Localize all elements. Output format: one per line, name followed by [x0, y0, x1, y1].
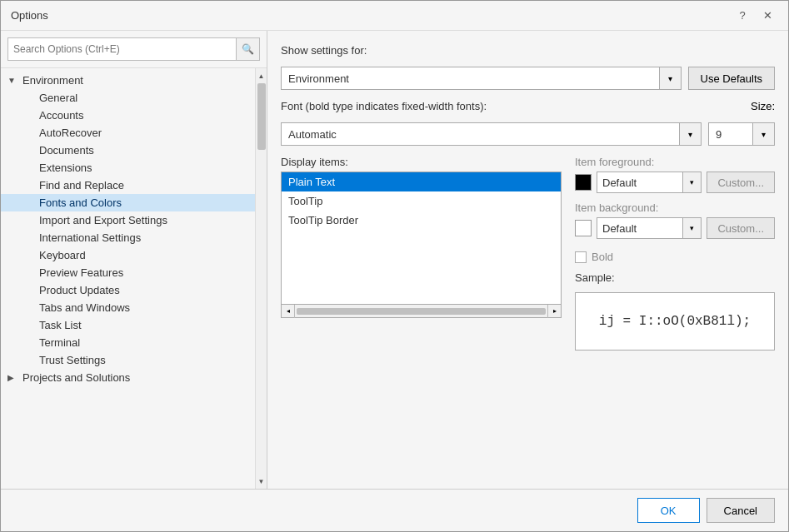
list-horizontal-scrollbar[interactable]: ◂ ▸ — [281, 305, 562, 318]
list-scroll-left[interactable]: ◂ — [282, 305, 295, 318]
tree-item-label: Import and Export Settings — [39, 214, 167, 226]
title-bar: Options ? ✕ — [1, 1, 788, 31]
item-background-label: Item background: — [575, 201, 775, 214]
tree-item-label: Task List — [39, 319, 82, 331]
dialog-content: 🔍 ▼EnvironmentGeneralAccountsAutoRecover… — [1, 31, 788, 489]
background-swatch — [575, 220, 592, 236]
cancel-button[interactable]: Cancel — [707, 498, 775, 523]
tree-item-label: Fonts and Colors — [39, 196, 122, 209]
bold-label: Bold — [592, 251, 613, 263]
bold-row: Bold — [575, 251, 775, 263]
environment-value: Environment — [282, 71, 659, 87]
tree-item-label: Keyboard — [39, 249, 86, 261]
tree-item-fonts-colors[interactable]: Fonts and Colors — [1, 194, 255, 211]
sample-text: ij = I::oO(0xB81l); — [599, 314, 751, 329]
tree-item-label: Accounts — [39, 109, 83, 122]
expand-icon: ▶ — [7, 373, 21, 382]
environment-dropdown[interactable]: Environment ▾ — [281, 67, 682, 90]
tree-item-keyboard[interactable]: Keyboard — [1, 246, 255, 264]
font-label: Font (bold type indicates fixed-width fo… — [281, 100, 487, 112]
search-input[interactable] — [7, 37, 237, 61]
bottom-bar: OK Cancel — [1, 489, 788, 531]
font-dropdown-arrow[interactable]: ▾ — [679, 123, 701, 145]
collapse-icon: ▼ — [7, 76, 21, 85]
tree-item-documents[interactable]: Documents — [1, 142, 255, 159]
tree-item-autorecover[interactable]: AutoRecover — [1, 124, 255, 142]
sample-box: ij = I::oO(0xB81l); — [575, 292, 775, 351]
environment-dropdown-arrow[interactable]: ▾ — [659, 67, 681, 89]
scrollbar-track[interactable]: ▲ ▼ — [255, 68, 267, 489]
item-foreground-label: Item foreground: — [575, 156, 775, 168]
tree-item-label: Documents — [39, 144, 94, 157]
search-button[interactable]: 🔍 — [237, 37, 260, 61]
help-button[interactable]: ? — [732, 5, 753, 27]
tree-item-trust-settings[interactable]: Trust Settings — [1, 351, 255, 369]
foreground-dropdown[interactable]: Default ▾ — [597, 172, 702, 193]
font-chevron-icon: ▾ — [688, 130, 692, 139]
close-button[interactable]: ✕ — [757, 5, 778, 27]
tree-item-label: Terminal — [39, 336, 80, 349]
options-dialog: Options ? ✕ 🔍 ▼EnvironmentGeneralAccount… — [0, 0, 789, 532]
sample-label: Sample: — [575, 271, 775, 284]
size-label: Size: — [751, 100, 775, 112]
tree-item-product-updates[interactable]: Product Updates — [1, 281, 255, 299]
tree-item-label: Trust Settings — [39, 354, 106, 366]
tree-item-label: Projects and Solutions — [22, 371, 130, 384]
tree-item-terminal[interactable]: Terminal — [1, 334, 255, 351]
display-list-item[interactable]: ToolTip Border — [282, 211, 561, 230]
sample-section: Sample: ij = I::oO(0xB81l); — [575, 271, 775, 351]
tree-item-label: Tabs and Windows — [39, 301, 130, 314]
scroll-up-arrow[interactable]: ▲ — [256, 70, 267, 82]
tree-item-import-export[interactable]: Import and Export Settings — [1, 211, 255, 229]
font-dropdown-row: Automatic ▾ 9 ▾ — [281, 122, 775, 146]
foreground-dropdown-arrow[interactable]: ▾ — [682, 172, 701, 192]
tree-item-label: Product Updates — [39, 284, 120, 296]
foreground-custom-button[interactable]: Custom... — [707, 172, 775, 193]
tree-item-preview-features[interactable]: Preview Features — [1, 264, 255, 281]
foreground-section: Item foreground: Default ▾ Custom... — [575, 156, 775, 193]
tree-item-accounts[interactable]: Accounts — [1, 107, 255, 124]
tree-item-label: General — [39, 92, 77, 104]
tree-item-environment[interactable]: ▼Environment — [1, 72, 255, 89]
size-dropdown-arrow[interactable]: ▾ — [752, 123, 774, 145]
left-panel: 🔍 ▼EnvironmentGeneralAccountsAutoRecover… — [1, 31, 267, 489]
size-value: 9 — [709, 127, 752, 142]
list-scroll-thumb[interactable] — [297, 308, 546, 315]
use-defaults-button[interactable]: Use Defaults — [688, 67, 775, 90]
display-list-container: Display items: Plain TextToolTipToolTip … — [281, 156, 562, 318]
title-bar-controls: ? ✕ — [732, 5, 778, 27]
background-section: Item background: Default ▾ Custom... — [575, 201, 775, 239]
display-list-item[interactable]: Plain Text — [282, 172, 561, 191]
tree-item-label: Extensions — [39, 162, 92, 174]
tree-item-label: Find and Replace — [39, 179, 124, 191]
tree-item-international[interactable]: International Settings — [1, 229, 255, 246]
show-settings-row: Show settings for: — [281, 44, 775, 57]
scroll-down-arrow[interactable]: ▼ — [256, 475, 267, 487]
tree-item-projects-solutions[interactable]: ▶Projects and Solutions — [1, 369, 255, 386]
tree-item-find-replace[interactable]: Find and Replace — [1, 177, 255, 194]
scroll-thumb[interactable] — [257, 83, 266, 150]
tree-item-extensions[interactable]: Extensions — [1, 159, 255, 177]
foreground-color-row: Default ▾ Custom... — [575, 172, 775, 193]
bold-checkbox[interactable] — [575, 251, 587, 263]
tree-item-label: International Settings — [39, 231, 141, 244]
tree-item-task-list[interactable]: Task List — [1, 316, 255, 334]
show-settings-label: Show settings for: — [281, 44, 367, 57]
size-dropdown[interactable]: 9 ▾ — [708, 122, 775, 146]
title-bar-left: Options — [11, 9, 48, 22]
display-items-list[interactable]: Plain TextToolTipToolTip Border — [281, 172, 562, 305]
background-dropdown-arrow[interactable]: ▾ — [682, 218, 701, 238]
tree-container[interactable]: ▼EnvironmentGeneralAccountsAutoRecoverDo… — [1, 68, 255, 489]
right-panel: Show settings for: Environment ▾ Use Def… — [267, 31, 788, 489]
color-settings: Item foreground: Default ▾ Custom... — [575, 156, 775, 351]
display-list-item[interactable]: ToolTip — [282, 191, 561, 211]
background-dropdown[interactable]: Default ▾ — [597, 217, 702, 239]
tree-item-general[interactable]: General — [1, 89, 255, 107]
tree-item-tabs-windows[interactable]: Tabs and Windows — [1, 299, 255, 316]
environment-dropdown-row: Environment ▾ Use Defaults — [281, 67, 775, 90]
background-custom-button[interactable]: Custom... — [707, 217, 775, 239]
list-scroll-right[interactable]: ▸ — [547, 305, 561, 318]
font-dropdown[interactable]: Automatic ▾ — [281, 122, 702, 146]
ok-button[interactable]: OK — [637, 498, 700, 523]
tree-item-label: Preview Features — [39, 266, 123, 279]
